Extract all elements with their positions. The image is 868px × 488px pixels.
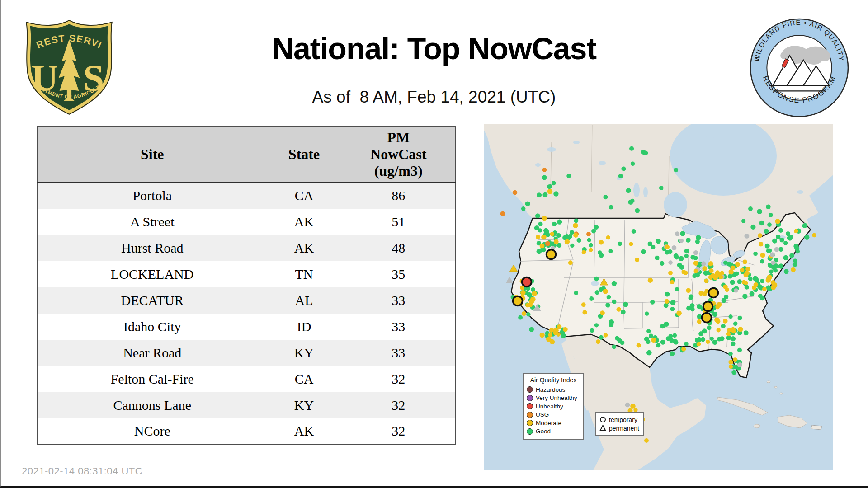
air-quality-map: Air Quality Index HazardousVery Unhealth… [484, 124, 833, 470]
monitor-dot-x [774, 247, 779, 252]
monitor-dot-g [765, 244, 770, 249]
monitor-dot-m [582, 310, 587, 314]
monitor-dot-g [733, 322, 738, 326]
monitor-dot-g [670, 307, 675, 311]
monitor-dot-g [630, 199, 634, 203]
top-site-marker [547, 250, 556, 259]
monitor-dot-m [548, 333, 552, 337]
monitor-dot-g [646, 350, 652, 356]
monitor-dot-m [606, 235, 610, 239]
monitor-dot-g [680, 231, 685, 236]
monitor-dot-m [731, 329, 736, 334]
site-cell: NCore [38, 418, 266, 445]
monitor-dot-g [570, 244, 574, 248]
monitor-dot-g [748, 206, 753, 211]
pm-nowcast-cell: 35 [342, 261, 456, 287]
top-site-marker [513, 296, 523, 306]
state-cell: AL [266, 287, 342, 314]
monitor-dot-g [690, 255, 695, 260]
monitor-dot-g [603, 195, 608, 199]
monitor-dot-g [783, 241, 788, 245]
table-row: LOCKELANDTN35 [38, 261, 456, 287]
monitor-dot-x [679, 239, 684, 243]
table-row: NCoreAK32 [38, 418, 456, 445]
monitor-dot-g [742, 294, 747, 299]
monitor-dot-g [538, 222, 542, 226]
top-site-marker [522, 277, 532, 287]
top-site-marker [702, 313, 712, 323]
site-cell: A Street [38, 209, 266, 235]
monitor-dot-g [623, 302, 628, 307]
monitor-dot-m [554, 239, 559, 244]
monitor-dot-g [605, 303, 610, 308]
monitor-dot-m [573, 233, 578, 238]
monitor-dot-g [674, 253, 679, 258]
monitor-dot-m [665, 244, 670, 249]
monitor-dot-m [668, 271, 673, 275]
monitor-dot-g [632, 229, 636, 234]
monitor-dot-m [681, 270, 686, 274]
monitor-dot-g [577, 238, 581, 243]
monitor-dot-x [701, 261, 706, 266]
state-cell: AK [266, 235, 342, 261]
monitor-dot-g [673, 339, 678, 344]
monitor-dot-g [778, 228, 783, 233]
legend-item: Hazardous [527, 385, 580, 394]
monitor-dot-g [677, 263, 682, 267]
monitor-dot-m [556, 332, 561, 337]
monitor-dot-g [618, 338, 623, 343]
state-cell: AK [266, 209, 342, 235]
monitor-dot-m [702, 266, 707, 271]
monitor-dot-g [738, 316, 742, 320]
monitor-dot-m [775, 219, 780, 224]
monitor-dot-m [651, 338, 656, 343]
monitor-dot-m [550, 232, 555, 236]
monitor-dot-g [621, 166, 626, 171]
monitor-dot-m [718, 275, 723, 279]
monitor-dot-m [711, 273, 716, 278]
monitor-dot-m [728, 269, 734, 275]
monitor-dot-g [607, 295, 611, 300]
monitor-dot-m [709, 268, 713, 273]
monitor-dot-g [735, 272, 739, 276]
table-row: Hurst RoadAK48 [38, 235, 456, 261]
monitor-dot-g [552, 181, 556, 185]
monitor-dot-g [645, 312, 649, 316]
site-cell: Portola [38, 183, 266, 209]
monitor-dot-g [608, 249, 613, 253]
page-title: National: Top NowCast [0, 31, 868, 66]
monitor-dot-g [803, 223, 807, 227]
monitor-dot-g [759, 221, 764, 226]
monitor-dot-g [707, 325, 711, 330]
unhealthy-dot-icon [527, 403, 533, 409]
monitor-dot-g [757, 209, 762, 215]
monitor-dot-x [625, 403, 630, 408]
monitor-dot-g [589, 243, 593, 248]
monitor-dot-m [754, 282, 759, 287]
monitor-dot-g [547, 184, 552, 189]
monitor-dot-m [745, 267, 750, 271]
monitor-dot-g [750, 291, 755, 296]
monitor-dot-g [776, 235, 780, 239]
monitor-dot-g [722, 298, 726, 303]
monitor-dot-g [570, 230, 574, 235]
monitor-dot-m [542, 216, 547, 221]
monitor-dot-g [574, 218, 578, 223]
monitor-dot-m [766, 277, 771, 282]
monitor-dot-g [737, 348, 742, 352]
monitor-dot-g [670, 300, 675, 305]
monitor-dot-m [596, 339, 600, 344]
legend-item-label: Hazardous [536, 386, 565, 393]
pm-nowcast-cell: 33 [342, 287, 456, 314]
monitor-dot-m [743, 260, 747, 264]
monitor-dot-g [673, 333, 677, 338]
monitor-dot-g [538, 228, 542, 232]
legend-row-permanent: permanent [599, 424, 640, 432]
state-cell: TN [266, 261, 342, 287]
column-header-site: Site [38, 127, 266, 183]
monitor-dot-x [737, 362, 742, 367]
monitor-dot-g [609, 322, 613, 327]
monitor-dot-g [720, 336, 724, 341]
monitor-dot-g [612, 281, 617, 286]
monitor-dot-g [525, 201, 530, 206]
